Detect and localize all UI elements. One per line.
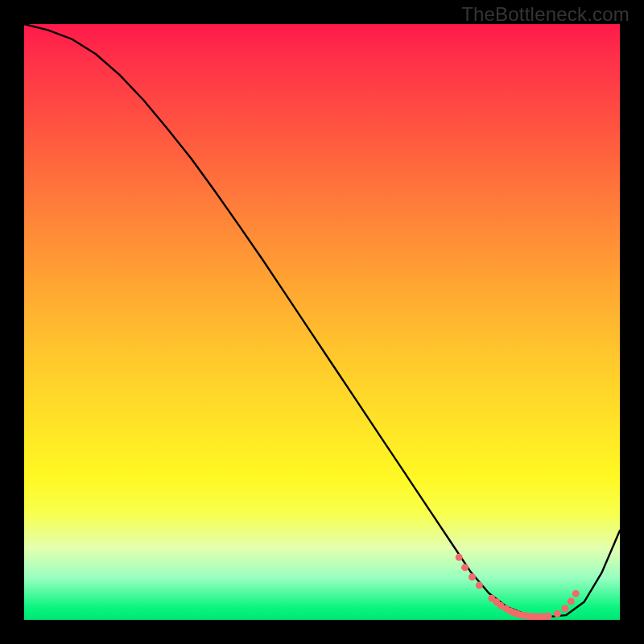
marker-point xyxy=(554,610,561,617)
marker-point xyxy=(461,564,469,571)
marker-point xyxy=(476,582,483,589)
plot-area xyxy=(24,24,620,620)
bottleneck-curve xyxy=(24,24,620,617)
marker-point xyxy=(568,598,575,605)
marker-point xyxy=(572,590,580,597)
highlight-markers xyxy=(456,554,580,620)
marker-point xyxy=(561,605,568,612)
marker-point xyxy=(469,573,476,580)
marker-point xyxy=(456,554,463,561)
marker-point xyxy=(545,613,552,620)
watermark-text: TheBottleneck.com xyxy=(461,3,630,26)
chart-svg xyxy=(24,24,620,620)
chart-frame: TheBottleneck.com xyxy=(0,0,644,644)
